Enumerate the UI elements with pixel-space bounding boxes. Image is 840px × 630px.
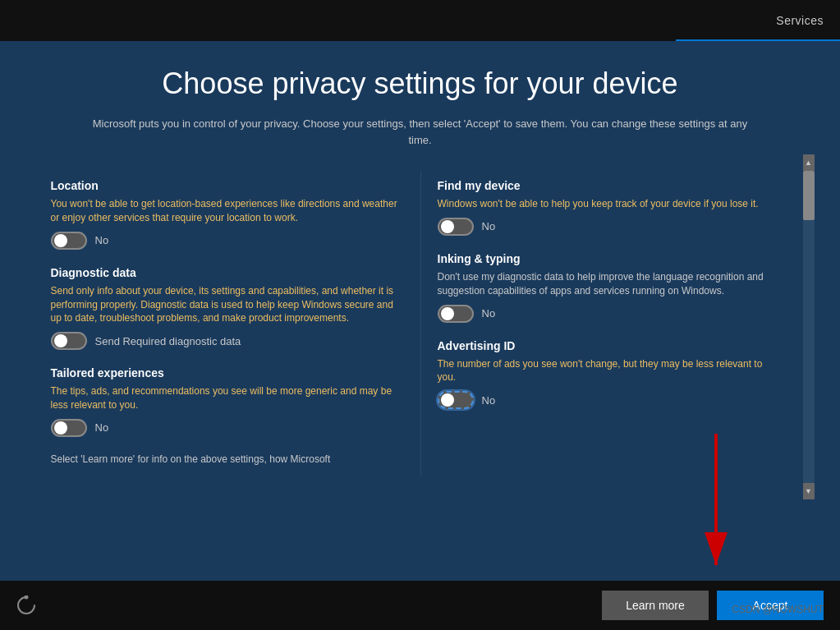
setting-tailored: Tailored experiences The tips, ads, and … — [51, 366, 404, 437]
setting-inking-title: Inking & typing — [438, 252, 773, 265]
setting-advertising-toggle-row: No — [438, 391, 773, 409]
setting-inking-toggle-row: No — [438, 305, 773, 323]
page-subtitle: Microsoft puts you in control of your pr… — [84, 116, 757, 148]
settings-grid: Location You won't be able to get locati… — [51, 171, 790, 476]
watermark: CSDN @NOWSHUT — [732, 604, 824, 615]
scrollbar-arrow-up[interactable]: ▲ — [803, 154, 815, 171]
setting-location-title: Location — [51, 179, 404, 192]
inking-toggle[interactable] — [438, 305, 474, 323]
advertising-toggle[interactable] — [438, 391, 474, 409]
setting-advertising-title: Advertising ID — [438, 339, 773, 352]
location-toggle-label: No — [95, 234, 109, 246]
setting-finddevice-desc: Windows won't be able to help you keep t… — [438, 197, 773, 211]
setting-tailored-desc: The tips, ads, and recommendations you s… — [51, 384, 404, 412]
services-label: Services — [776, 14, 824, 27]
setting-tailored-toggle-row: No — [51, 419, 404, 437]
setting-advertising: Advertising ID The number of ads you see… — [438, 339, 773, 410]
page-title: Choose privacy settings for your device — [49, 66, 791, 101]
setting-diagnostic-desc: Send only info about your device, its se… — [51, 284, 404, 325]
tailored-toggle[interactable] — [51, 419, 87, 437]
settings-right: Find my device Windows won't be able to … — [420, 171, 790, 476]
scrollbar-thumb[interactable] — [803, 171, 815, 220]
main-content: Choose privacy settings for your device … — [0, 41, 840, 581]
setting-inking: Inking & typing Don't use my diagnostic … — [438, 252, 773, 323]
diagnostic-toggle-label: Send Required diagnostic data — [95, 335, 241, 347]
setting-diagnostic-title: Diagnostic data — [51, 266, 404, 279]
finddevice-toggle-label: No — [482, 220, 496, 232]
location-toggle[interactable] — [51, 232, 87, 250]
finddevice-toggle[interactable] — [438, 218, 474, 236]
top-bar: Services — [0, 0, 840, 41]
setting-inking-desc: Don't use my diagnostic data to help imp… — [438, 270, 773, 298]
tailored-toggle-label: No — [95, 421, 109, 434]
setting-tailored-title: Tailored experiences — [51, 366, 404, 379]
setting-location: Location You won't be able to get locati… — [51, 179, 404, 250]
settings-left: Location You won't be able to get locati… — [51, 171, 420, 476]
setting-diagnostic: Diagnostic data Send only info about you… — [51, 266, 404, 350]
diagnostic-toggle[interactable] — [51, 332, 87, 350]
setting-diagnostic-toggle-row: Send Required diagnostic data — [51, 332, 404, 350]
inking-toggle-label: No — [482, 307, 496, 320]
loading-icon — [16, 596, 36, 615]
cutoff-text: Select 'Learn more' for info on the abov… — [51, 453, 404, 468]
scrollbar-arrow-down[interactable]: ▼ — [803, 483, 815, 499]
setting-advertising-desc: The number of ads you see won't change, … — [438, 357, 773, 385]
setting-location-desc: You won't be able to get location-based … — [51, 197, 404, 225]
scrollbar-track[interactable]: ▲ ▼ — [803, 171, 815, 483]
setting-finddevice-toggle-row: No — [438, 218, 773, 236]
setting-finddevice-title: Find my device — [438, 179, 773, 192]
svg-point-2 — [25, 596, 28, 599]
bottom-bar: Learn more Accept CSDN @NOWSHUT — [0, 581, 840, 630]
learn-more-button[interactable]: Learn more — [602, 591, 709, 620]
setting-location-toggle-row: No — [51, 232, 404, 250]
advertising-toggle-label: No — [482, 394, 496, 407]
setting-finddevice: Find my device Windows won't be able to … — [438, 179, 773, 236]
